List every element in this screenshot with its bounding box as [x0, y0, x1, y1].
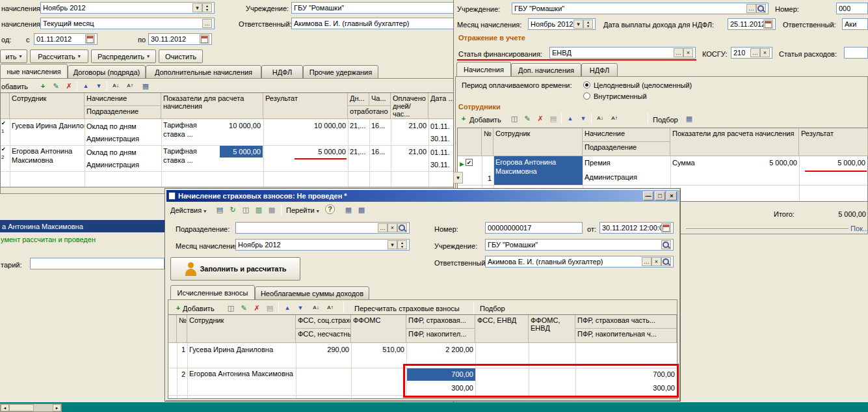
- pfr-savings-column-header[interactable]: ПФР, накопител...: [406, 329, 475, 343]
- title-bar[interactable]: Начисление страховых взносов: Не проведе…: [166, 190, 679, 202]
- table-icon[interactable]: ▦: [343, 204, 354, 215]
- date-label: от:: [587, 225, 596, 234]
- move-down-icon[interactable]: ▼: [295, 303, 306, 313]
- month-value: Ноябрь 2012: [238, 241, 281, 249]
- delete-icon[interactable]: ✗: [252, 303, 262, 313]
- department-field[interactable]: …×: [235, 222, 410, 234]
- window-title: Начисление страховых взносов: Не проведе…: [178, 192, 347, 200]
- ffoms-column-header[interactable]: ФФОМС: [351, 315, 406, 343]
- goto-menu[interactable]: Перейти ▾: [286, 206, 319, 216]
- list-settings-icon[interactable]: ▩: [356, 204, 367, 215]
- cell-pfr-insurance-part[interactable]: 700,00: [575, 368, 677, 381]
- responsible-field[interactable]: Акимова Е. И. (главный бухгалтер) …×: [485, 256, 674, 268]
- help-icon[interactable]: ?: [325, 204, 335, 214]
- copy-icon[interactable]: ◫: [241, 204, 251, 215]
- toolbar-separator: [278, 303, 279, 313]
- fss-social-column-header[interactable]: ФСС, соц.страхо...: [296, 315, 351, 329]
- date-field[interactable]: 30.11.2012 12:00:00: [599, 222, 674, 234]
- minimize-button[interactable]: —: [643, 191, 653, 200]
- refresh-icon[interactable]: ↻: [228, 204, 238, 215]
- pick-button[interactable]: Подбор: [480, 304, 505, 313]
- month-field[interactable]: Ноябрь 2012 ▾▴▾: [235, 239, 410, 251]
- toolbar-separator: [281, 204, 282, 215]
- insurance-contributions-window: Начисление страховых взносов: Не проведе…: [0, 0, 868, 412]
- number-label: Номер:: [434, 225, 458, 234]
- cell-pfr-savings-part[interactable]: 300,00: [575, 381, 677, 394]
- close-button[interactable]: ×: [666, 191, 677, 200]
- fill-and-calculate-button[interactable]: Заполнить и рассчитать: [170, 257, 300, 281]
- dropdown-icon: ▾: [317, 208, 319, 214]
- responsible-label: Ответственный:: [434, 258, 488, 268]
- institution-value: ГБУ "Ромашки": [488, 241, 538, 249]
- copy-icon[interactable]: ◫: [226, 303, 236, 313]
- edit-icon[interactable]: ✎: [239, 303, 249, 313]
- toolbar-separator: [343, 303, 344, 313]
- marker-column-header[interactable]: [168, 315, 177, 343]
- tab-nontaxable-income[interactable]: Необлагаемые суммы доходов: [255, 286, 369, 300]
- add-icon[interactable]: +: [173, 303, 183, 313]
- move-up-icon[interactable]: ▲: [282, 303, 293, 313]
- sort-asc-icon[interactable]: А↓: [311, 303, 321, 313]
- institution-label: Учреждение:: [434, 241, 477, 251]
- calendar-icon[interactable]: [661, 223, 671, 232]
- cell-fss-social[interactable]: 290,00: [296, 343, 351, 355]
- cell-pfr-savings[interactable]: 300,00: [406, 381, 475, 394]
- fss-envd-column-header[interactable]: ФСС, ЕНВД: [475, 315, 529, 343]
- responsible-value: Акимова Е. И. (главный бухгалтер): [488, 258, 603, 266]
- sheet-icon[interactable]: ▥: [254, 204, 264, 215]
- window-controls: — □ ×: [642, 191, 677, 200]
- sort-desc-icon[interactable]: А↑: [325, 303, 335, 313]
- magnifier-icon[interactable]: [661, 240, 671, 249]
- cell-employee[interactable]: Егорова Антонина Максимовна: [187, 368, 296, 395]
- num-column-header[interactable]: №: [177, 315, 187, 343]
- ffoms-envd-column-header[interactable]: ФФОМС, ЕНВД: [529, 315, 575, 343]
- ellipsis-icon[interactable]: …: [378, 223, 388, 232]
- add-row-button[interactable]: Добавить: [183, 304, 215, 313]
- pfr-insurance-column-header[interactable]: ПФР, страховая...: [406, 315, 475, 329]
- spinner[interactable]: ▴▾: [397, 240, 407, 249]
- save-icon[interactable]: ▤: [265, 303, 275, 313]
- employee-column-header[interactable]: Сотрудник: [187, 315, 296, 343]
- maximize-button[interactable]: □: [655, 191, 665, 200]
- person-icon: [184, 261, 197, 277]
- department-label: Подразделение:: [176, 225, 230, 234]
- document-icon: [168, 192, 176, 200]
- cell-ffoms[interactable]: 510,00: [351, 343, 406, 355]
- magnifier-icon[interactable]: [661, 257, 671, 266]
- magnifier-icon[interactable]: [397, 223, 407, 232]
- recalculate-button[interactable]: Пересчитать страховые взносы: [354, 304, 460, 313]
- dropdown-icon: ▾: [204, 208, 206, 214]
- dropdown-icon[interactable]: ▾: [388, 240, 397, 249]
- ellipsis-icon[interactable]: …: [642, 257, 651, 266]
- tab-calculated-contributions[interactable]: Исчисленные взносы: [170, 285, 255, 300]
- number-field[interactable]: 00000000017: [485, 222, 583, 234]
- institution-field[interactable]: ГБУ "Ромашки": [485, 239, 674, 251]
- pfr-savings-part-column-header[interactable]: ПФР, накопительная ч...: [575, 329, 677, 343]
- actions-menu[interactable]: Действия ▾: [170, 206, 206, 216]
- clear-icon[interactable]: ×: [388, 223, 397, 232]
- month-label: Месяц начисления:: [176, 241, 240, 251]
- cell-num[interactable]: 1: [177, 343, 187, 355]
- number-value: 00000000017: [488, 224, 531, 232]
- fss-accident-column-header[interactable]: ФСС, несчастны...: [296, 329, 351, 343]
- cell-pfr-insurance-selected[interactable]: 700,00: [406, 368, 475, 381]
- paste-icon[interactable]: ▩: [267, 204, 277, 215]
- cell-num[interactable]: 2: [177, 368, 187, 380]
- cell-pfr-insurance[interactable]: 2 200,00: [406, 343, 475, 355]
- cell-employee[interactable]: Гусева Ирина Даниловна: [187, 343, 296, 368]
- toolbar-separator: [473, 303, 474, 313]
- clear-icon[interactable]: ×: [651, 257, 661, 266]
- desktop: начисления: Ноябрь 2012 ▾▴▾ Учреждение: …: [0, 0, 868, 412]
- pfr-insurance-part-column-header[interactable]: ПФР, страховая часть...: [575, 315, 677, 329]
- save-icon[interactable]: ▤: [215, 204, 225, 215]
- date-value: 30.11.2012 12:00:00: [602, 224, 661, 232]
